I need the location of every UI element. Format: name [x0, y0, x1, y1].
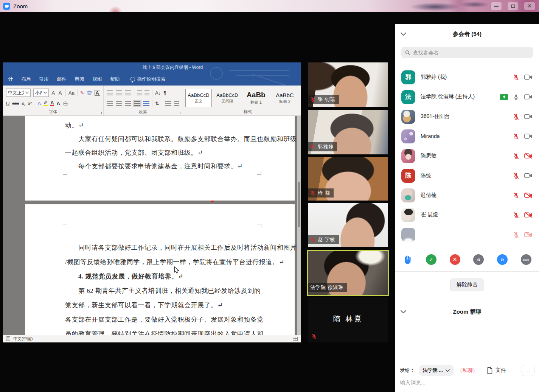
- video-tile-camera-off[interactable]: 隋 林熹: [308, 297, 388, 342]
- video-tile[interactable]: 琦 都: [308, 157, 388, 201]
- participant-row-host[interactable]: 法 法学院 徐淑琳 (主持人): [395, 87, 539, 107]
- muted-mic-icon[interactable]: [513, 153, 519, 159]
- numbering-icon[interactable]: [116, 90, 122, 95]
- style-heading1[interactable]: AaBb 标题 1: [243, 89, 269, 107]
- circle-char-button[interactable]: ㊀: [63, 101, 68, 106]
- subscript-button[interactable]: x₂: [22, 101, 25, 106]
- style-heading2[interactable]: AaBbC 标题 2: [272, 89, 298, 107]
- tab-layout[interactable]: 布局: [22, 76, 31, 82]
- participant-search-input[interactable]: [413, 50, 529, 56]
- participant-row[interactable]: 郭 郭雅婷 (我): [395, 67, 539, 87]
- muted-mic-icon[interactable]: [513, 74, 519, 81]
- character-border-icon[interactable]: A: [95, 90, 100, 96]
- document-scrollbar[interactable]: [297, 116, 301, 335]
- muted-mic-icon[interactable]: [513, 232, 519, 238]
- participant-row-partial[interactable]: [395, 225, 539, 244]
- participant-row[interactable]: Miranda: [395, 126, 539, 146]
- participant-row[interactable]: 3601-住阳台: [395, 107, 539, 126]
- style-no-spacing[interactable]: AaBbCcD 无间隔: [214, 89, 241, 107]
- line-spacing-icon[interactable]: ⇅: [155, 101, 159, 106]
- increase-indent-icon[interactable]: [144, 90, 149, 95]
- yes-icon[interactable]: ✓: [426, 254, 436, 265]
- format-painter-icon[interactable]: ✎: [80, 90, 84, 95]
- muted-mic-icon[interactable]: [513, 212, 519, 218]
- participant-row[interactable]: 崔 晨煜: [395, 205, 539, 225]
- unmute-button[interactable]: 解除静音: [450, 278, 484, 291]
- chat-more-button[interactable]: ...: [522, 365, 534, 376]
- change-case-button[interactable]: Aa: [68, 90, 75, 95]
- style-normal[interactable]: AaBbCcD 正文: [185, 89, 212, 107]
- camera-icon[interactable]: [524, 94, 532, 100]
- collapse-participants-icon[interactable]: [401, 33, 406, 36]
- align-right-icon[interactable]: [125, 101, 131, 106]
- go-slower-icon[interactable]: «: [473, 254, 484, 265]
- participant-search[interactable]: [401, 47, 533, 58]
- camera-icon[interactable]: [524, 75, 532, 80]
- maximize-button[interactable]: [507, 2, 519, 10]
- camera-off-icon[interactable]: [524, 153, 532, 159]
- chat-message-input[interactable]: [400, 380, 534, 386]
- decrease-indent-icon[interactable]: [137, 90, 142, 95]
- tab-review[interactable]: 审阅: [75, 76, 84, 82]
- shading-fill-icon[interactable]: [165, 101, 171, 106]
- minimize-button[interactable]: [491, 2, 502, 10]
- muted-mic-icon[interactable]: [513, 192, 519, 199]
- camera-icon[interactable]: [524, 114, 532, 119]
- tab-view[interactable]: 视图: [93, 76, 102, 82]
- raise-hand-icon[interactable]: [403, 255, 413, 264]
- shrink-font-button[interactable]: Aˇ: [59, 90, 63, 95]
- proofing-icon[interactable]: [6, 336, 10, 341]
- send-file-button[interactable]: 文件: [487, 367, 506, 374]
- camera-off-icon[interactable]: [524, 232, 532, 237]
- align-left-icon[interactable]: [107, 101, 113, 106]
- style-partial[interactable]: A: [300, 89, 301, 107]
- view-grid-icon[interactable]: [293, 337, 298, 341]
- no-icon[interactable]: ✕: [450, 254, 460, 265]
- video-tile-active-speaker[interactable]: 法学院 徐淑琳: [308, 251, 388, 295]
- close-button[interactable]: ×: [524, 2, 535, 10]
- video-tile[interactable]: 郭雅婷: [308, 110, 388, 154]
- video-tile[interactable]: 张 钊瑞: [308, 62, 388, 107]
- camera-off-icon[interactable]: [524, 193, 532, 198]
- distribute-icon[interactable]: [143, 101, 149, 106]
- font-dialog-launcher[interactable]: [99, 112, 102, 114]
- sort-icon[interactable]: A↓: [155, 90, 161, 95]
- participant-list[interactable]: 郭 郭雅婷 (我) 法 法学院 徐淑琳 (主持人): [395, 67, 539, 254]
- tab-mailings[interactable]: 邮件: [57, 76, 67, 82]
- highlight-color-button[interactable]: ✐: [43, 100, 48, 106]
- language-status[interactable]: 中文(中国): [13, 336, 33, 342]
- word-document-area[interactable]: 动。↵ 大家有任何疑问都可以和我联系。鼓励多支部联合举办。而且也鼓励和班级 一起…: [3, 116, 301, 335]
- tab-design[interactable]: 计: [8, 76, 13, 82]
- participant-row[interactable]: 迟倩楠: [395, 185, 539, 205]
- grow-font-button[interactable]: Aˆ: [51, 90, 56, 95]
- tab-references[interactable]: 引用: [39, 76, 49, 82]
- go-faster-icon[interactable]: »: [497, 254, 508, 265]
- underline-button[interactable]: U: [6, 101, 9, 106]
- multilevel-list-icon[interactable]: [125, 90, 131, 95]
- font-name-select[interactable]: 中文正文: [6, 89, 31, 97]
- paragraph-dialog-launcher[interactable]: [178, 112, 180, 114]
- borders-icon[interactable]: [174, 101, 179, 106]
- camera-icon[interactable]: [524, 173, 532, 178]
- pilcrow-icon[interactable]: ¶: [163, 90, 166, 95]
- shading-button[interactable]: A: [57, 101, 60, 106]
- camera-icon[interactable]: [524, 134, 532, 139]
- font-color-button[interactable]: A: [50, 100, 54, 106]
- muted-mic-icon[interactable]: [513, 133, 519, 140]
- participant-row[interactable]: 陈思敏: [395, 146, 539, 166]
- superscript-button[interactable]: x²: [28, 101, 32, 106]
- participant-row[interactable]: 陈 陈统: [395, 166, 539, 185]
- camera-off-icon[interactable]: [524, 212, 532, 218]
- collapse-chat-icon[interactable]: [401, 310, 406, 314]
- more-reactions-icon[interactable]: •••: [521, 254, 531, 265]
- video-tile[interactable]: 赵 学敏: [308, 203, 388, 247]
- phonetic-guide-icon[interactable]: 变: [87, 90, 92, 95]
- align-center-icon[interactable]: [116, 101, 122, 106]
- text-effects-button[interactable]: A: [38, 101, 41, 106]
- align-justify-icon[interactable]: [134, 101, 140, 106]
- send-to-dropdown[interactable]: 法学院 ...: [419, 365, 454, 376]
- mic-icon[interactable]: [513, 94, 519, 100]
- muted-mic-icon[interactable]: [513, 173, 519, 179]
- font-size-select[interactable]: 小四: [33, 89, 49, 97]
- bullets-icon[interactable]: [107, 90, 113, 95]
